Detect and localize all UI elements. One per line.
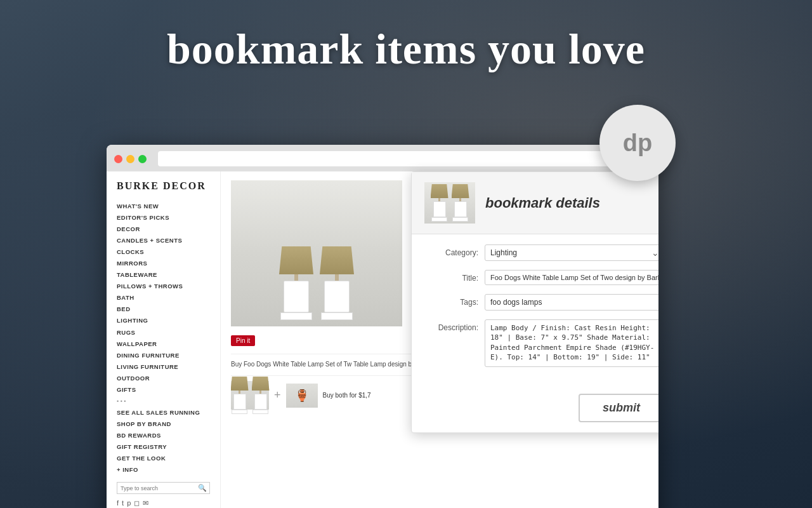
bm-unit-b — [452, 184, 469, 222]
website-content: BURKE DECOR WHAT'S NEW EDITOR'S PICKS DE… — [107, 171, 658, 508]
bm-base-a — [433, 201, 446, 217]
nav-gifts[interactable]: GIFTS — [117, 384, 210, 396]
close-button[interactable] — [114, 155, 122, 163]
bm-shade-b — [452, 184, 469, 198]
category-select-wrapper: Lighting Decor Furniture Bath Bed ⌄ — [485, 244, 658, 261]
lamp-neck-left — [294, 274, 298, 281]
lamp-shade-right — [320, 246, 354, 274]
thumbnail-2-placeholder: 🏺 — [295, 389, 309, 403]
nav-lighting[interactable]: LIGHTING — [117, 315, 210, 326]
title-row: Title: — [424, 270, 658, 285]
category-label: Category: — [424, 244, 478, 257]
browser-chrome: ↻ 🔍 — [107, 145, 658, 171]
address-bar[interactable] — [158, 151, 615, 166]
main-content: Pin it FOO DOGS WHITE TABLE LAMP SET OF … — [221, 171, 658, 508]
search-bar[interactable]: 🔍 — [117, 482, 210, 494]
email-icon[interactable]: ✉ — [143, 499, 148, 507]
nav-separator: • • • — [117, 396, 210, 407]
maximize-button[interactable] — [138, 155, 147, 163]
nav-dining[interactable]: DINING FURNITURE — [117, 350, 210, 361]
mini-shade-1b — [252, 377, 270, 391]
category-select[interactable]: Lighting Decor Furniture Bath Bed — [485, 244, 658, 261]
pinterest-icon[interactable]: p — [127, 499, 131, 507]
lamp-shade-left — [279, 246, 313, 274]
bundle-price: Buy both for $1,7 — [323, 392, 371, 399]
lamp-base-right — [324, 281, 350, 312]
lamp-right — [320, 246, 354, 320]
mini-shade-1 — [231, 377, 249, 391]
thumbnail-1[interactable] — [231, 381, 269, 410]
sidebar: BURKE DECOR WHAT'S NEW EDITOR'S PICKS DE… — [107, 171, 221, 508]
search-button[interactable]: 🔍 — [195, 483, 209, 493]
mini-base-1 — [233, 394, 246, 410]
nav-outdoor[interactable]: OUTDOOR — [117, 373, 210, 384]
bm-unit-a — [431, 184, 449, 222]
nav-menu: WHAT'S NEW EDITOR'S PICKS DECOR CANDLES … — [117, 201, 210, 476]
description-row: Description: — [424, 319, 658, 367]
nav-clocks[interactable]: CLOCKS — [117, 246, 210, 258]
search-input[interactable] — [117, 483, 195, 493]
mini-lamp-1 — [231, 377, 270, 414]
lamp-foot-right — [321, 312, 353, 320]
lamp-base-left — [284, 281, 309, 312]
bookmark-title: bookmark details — [485, 195, 600, 211]
site-logo: BURKE DECOR — [117, 180, 210, 192]
category-row: Category: Lighting Decor Furniture Bath … — [424, 244, 658, 261]
window-controls — [114, 155, 147, 163]
pin-it-button[interactable]: Pin it — [231, 335, 255, 346]
bookmark-body: Category: Lighting Decor Furniture Bath … — [412, 234, 658, 386]
page-headline: bookmark items you love — [0, 24, 812, 74]
nav-rugs[interactable]: RUGS — [117, 327, 210, 338]
thumbnail-2[interactable]: 🏺 — [286, 384, 318, 408]
facebook-icon[interactable]: f — [117, 499, 119, 507]
lamp-foot-left — [280, 312, 312, 320]
mini-base-1b — [254, 394, 267, 410]
twitter-icon[interactable]: t — [122, 499, 124, 507]
nav-mirrors[interactable]: MIRRORS — [117, 258, 210, 269]
nav-pillows[interactable]: PILLOWS + THROWS — [117, 281, 210, 292]
tags-row: Tags: — [424, 294, 658, 311]
nav-whats-new[interactable]: WHAT'S NEW — [117, 201, 210, 212]
title-label: Title: — [424, 270, 478, 283]
avatar-initials: dp — [623, 130, 652, 157]
nav-living[interactable]: LIVING FURNITURE — [117, 361, 210, 373]
description-label: Description: — [424, 319, 478, 332]
user-avatar[interactable]: dp — [599, 105, 676, 181]
nav-decor[interactable]: DECOR — [117, 224, 210, 235]
bookmark-mini-lamp — [431, 184, 469, 222]
nav-info[interactable]: + INFO — [117, 464, 210, 476]
bookmark-panel: bookmark details Category: Lighting Deco… — [411, 171, 658, 433]
nav-wallpaper[interactable]: WALLPAPER — [117, 338, 210, 350]
nav-editors-picks[interactable]: EDITOR'S PICKS — [117, 212, 210, 224]
nav-look[interactable]: GET THE LOOK — [117, 453, 210, 464]
nav-bath[interactable]: BATH — [117, 292, 210, 304]
bm-base-b — [454, 201, 467, 217]
social-icons: f t p ◻ ✉ — [117, 499, 210, 507]
submit-row: submit — [412, 386, 658, 432]
instagram-icon[interactable]: ◻ — [134, 499, 140, 507]
nav-tableware[interactable]: TABLEWARE — [117, 269, 210, 281]
nav-brand[interactable]: SHOP BY BRAND — [117, 418, 210, 430]
nav-rewards[interactable]: BD REWARDS — [117, 430, 210, 441]
lamp-illustration — [279, 246, 354, 326]
bm-shade-a — [431, 184, 449, 198]
product-image-area: Pin it — [231, 180, 409, 346]
submit-button[interactable]: submit — [579, 394, 658, 422]
lamp-neck-right — [335, 274, 339, 281]
bm-foot-a — [431, 217, 447, 222]
minimize-button[interactable] — [126, 155, 134, 163]
nav-bed[interactable]: BED — [117, 304, 210, 315]
nav-sales[interactable]: SEE ALL SALES RUNNING — [117, 407, 210, 418]
tags-input[interactable] — [485, 294, 658, 311]
nav-candles[interactable]: CANDLES + SCENTS — [117, 235, 210, 246]
mini-foot-1 — [232, 410, 247, 414]
bookmark-thumbnail — [424, 182, 475, 224]
browser-window: ↻ 🔍 BURKE DECOR WHAT'S NEW EDITOR'S PICK… — [107, 145, 658, 508]
nav-registry[interactable]: GIFT REGISTRY — [117, 441, 210, 453]
plus-separator: + — [274, 389, 281, 402]
title-input[interactable] — [485, 270, 658, 285]
bm-foot-b — [452, 217, 468, 222]
mini-unit-1a — [231, 377, 249, 414]
description-textarea[interactable] — [485, 319, 658, 367]
lamp-left — [279, 246, 313, 320]
